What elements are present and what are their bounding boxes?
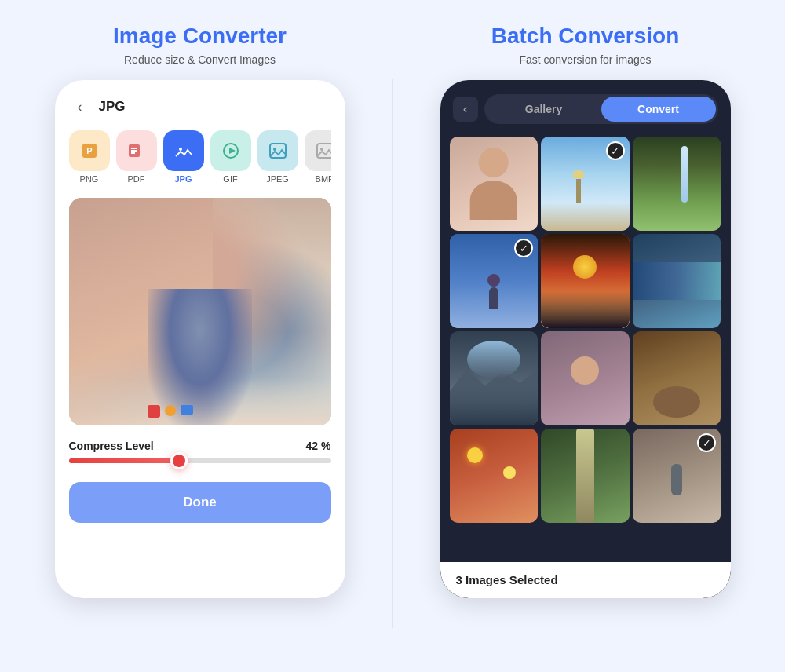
left-phone-mockup: ‹ JPG P PNG PDF xyxy=(55,80,345,598)
image-grid: ✓ ✓ xyxy=(440,133,731,532)
sunset-ground xyxy=(541,290,630,328)
right-phone-mockup: ‹ Gallery Convert xyxy=(440,80,731,598)
grid-image-11[interactable] xyxy=(541,429,630,523)
format-icon-png: P xyxy=(69,130,110,171)
tab-gallery[interactable]: Gallery xyxy=(487,97,601,122)
main-image xyxy=(69,198,331,425)
flowers-scene xyxy=(450,429,539,523)
bottom-bar: 3 Images Selected xyxy=(440,562,731,598)
format-icon-gif xyxy=(210,130,251,171)
toy-3 xyxy=(181,405,193,415)
food-scene xyxy=(633,331,721,425)
svg-point-11 xyxy=(273,148,276,151)
left-panel-title: Image Converter xyxy=(113,24,287,49)
format-label-jpeg: JPEG xyxy=(266,174,289,184)
format-jpg[interactable]: JPG xyxy=(163,130,204,184)
right-panel-title: Batch Conversion xyxy=(491,24,680,49)
grid-image-10[interactable] xyxy=(450,429,539,523)
grid-image-9[interactable] xyxy=(633,331,721,425)
svg-text:P: P xyxy=(86,146,92,155)
svg-point-7 xyxy=(179,148,182,151)
left-panel-subtitle: Reduce size & Convert Images xyxy=(124,53,276,66)
aerial-stripe xyxy=(633,262,721,300)
grid-image-4[interactable]: ✓ xyxy=(450,234,539,328)
back-button[interactable]: ‹ xyxy=(69,96,91,118)
mountains-scene xyxy=(450,331,539,425)
aerial-scene xyxy=(633,234,721,328)
grid-image-7[interactable] xyxy=(450,331,539,425)
nav-title: JPG xyxy=(99,99,126,115)
grid-image-12[interactable]: ✓ xyxy=(633,429,721,523)
slider-thumb[interactable] xyxy=(170,452,188,469)
road xyxy=(576,429,594,523)
format-label-jpg: JPG xyxy=(174,174,192,184)
dark-back-button[interactable]: ‹ xyxy=(453,97,478,122)
food-bowl xyxy=(653,386,700,418)
nav-bar: ‹ JPG xyxy=(69,96,331,118)
tab-group: Gallery Convert xyxy=(484,94,718,124)
grid-image-5[interactable] xyxy=(541,234,630,328)
check-badge-2: ✓ xyxy=(606,141,625,160)
compress-row: Compress Level 42 % xyxy=(69,440,331,452)
toys xyxy=(148,405,193,418)
selected-text: 3 Images Selected xyxy=(456,573,558,586)
dark-nav: ‹ Gallery Convert xyxy=(440,80,731,133)
format-icon-bmp xyxy=(305,130,331,171)
left-panel: Image Converter Reduce size & Convert Im… xyxy=(31,24,368,598)
woman-head xyxy=(571,356,599,385)
figure-silhouette xyxy=(489,287,498,309)
portrait-content xyxy=(450,137,539,231)
right-panel-subtitle: Fast conversion for images xyxy=(519,53,651,66)
slider-fill xyxy=(69,458,179,463)
right-panel: Batch Conversion Fast conversion for ima… xyxy=(417,24,754,598)
grid-image-1[interactable] xyxy=(450,137,539,231)
format-icon-jpg xyxy=(163,130,204,171)
sky-reflection xyxy=(467,341,520,378)
format-png[interactable]: P PNG xyxy=(69,130,110,184)
sunset-scene xyxy=(541,234,630,328)
svg-point-13 xyxy=(320,148,323,151)
format-icon-jpeg xyxy=(257,130,298,171)
grid-image-2[interactable]: ✓ xyxy=(541,137,630,231)
flower-2 xyxy=(503,466,516,479)
format-jpeg[interactable]: JPEG xyxy=(257,130,298,184)
done-button[interactable]: Done xyxy=(69,482,331,523)
format-label-png: PNG xyxy=(80,174,99,184)
format-label-bmp: BMP xyxy=(316,174,331,184)
body-shape xyxy=(470,181,517,220)
panel-divider xyxy=(392,79,393,628)
flower-1 xyxy=(467,447,483,463)
sun xyxy=(573,255,597,279)
lighthouse-tower xyxy=(576,179,581,203)
face-circle xyxy=(479,148,509,177)
compress-label: Compress Level xyxy=(69,440,154,452)
format-row: P PNG PDF JPG xyxy=(69,130,331,184)
format-label-gif: GIF xyxy=(223,174,237,184)
compress-slider[interactable] xyxy=(69,458,331,463)
format-gif[interactable]: GIF xyxy=(210,130,251,184)
grid-image-6[interactable] xyxy=(633,234,721,328)
back-icon: ‹ xyxy=(463,102,467,116)
figure-body xyxy=(671,464,682,495)
road-scene xyxy=(541,429,630,523)
check-badge-4: ✓ xyxy=(514,239,533,257)
tab-convert[interactable]: Convert xyxy=(601,97,716,122)
woman-scene xyxy=(541,331,630,425)
format-label-pdf: PDF xyxy=(128,174,145,184)
app-container: Image Converter Reduce size & Convert Im… xyxy=(0,0,785,672)
toy-1 xyxy=(148,405,160,418)
waterfall-stream xyxy=(681,146,688,203)
svg-marker-9 xyxy=(229,148,236,154)
format-bmp[interactable]: BMP xyxy=(305,130,331,184)
grid-image-3[interactable] xyxy=(633,137,721,231)
compress-value: 42 % xyxy=(306,440,331,452)
main-image-bg xyxy=(69,198,331,425)
format-icon-pdf xyxy=(116,130,157,171)
toy-2 xyxy=(165,405,176,416)
lighthouse-top xyxy=(573,170,584,178)
grid-image-8[interactable] xyxy=(541,331,630,425)
format-pdf[interactable]: PDF xyxy=(116,130,157,184)
waterfall-scene xyxy=(633,137,721,231)
figure-head xyxy=(487,274,500,287)
